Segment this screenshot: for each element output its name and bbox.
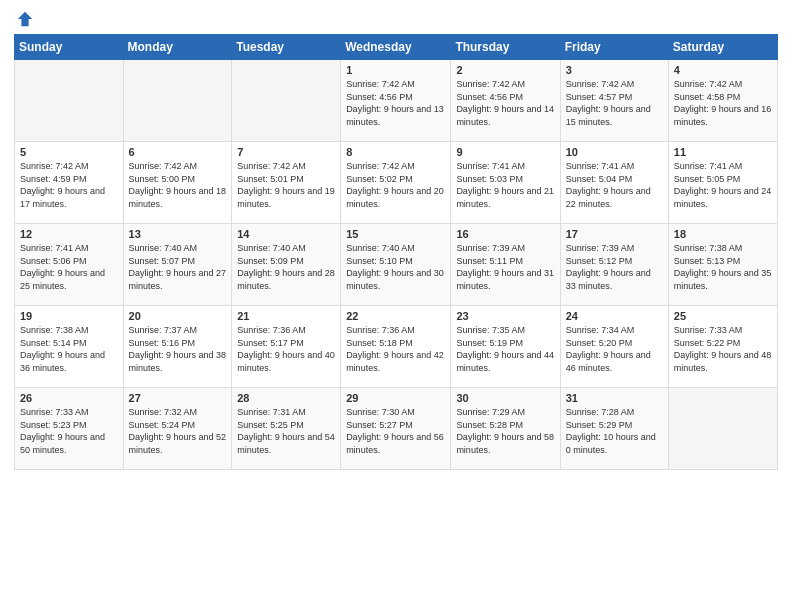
calendar-cell: 12Sunrise: 7:41 AM Sunset: 5:06 PM Dayli… [15,224,124,306]
calendar-cell: 31Sunrise: 7:28 AM Sunset: 5:29 PM Dayli… [560,388,668,470]
day-info: Sunrise: 7:33 AM Sunset: 5:22 PM Dayligh… [674,324,772,374]
day-number: 10 [566,146,663,158]
day-number: 18 [674,228,772,240]
day-info: Sunrise: 7:41 AM Sunset: 5:05 PM Dayligh… [674,160,772,210]
day-info: Sunrise: 7:38 AM Sunset: 5:14 PM Dayligh… [20,324,118,374]
day-info: Sunrise: 7:42 AM Sunset: 4:57 PM Dayligh… [566,78,663,128]
day-number: 7 [237,146,335,158]
calendar-cell: 17Sunrise: 7:39 AM Sunset: 5:12 PM Dayli… [560,224,668,306]
calendar-cell: 26Sunrise: 7:33 AM Sunset: 5:23 PM Dayli… [15,388,124,470]
calendar-cell: 19Sunrise: 7:38 AM Sunset: 5:14 PM Dayli… [15,306,124,388]
day-number: 22 [346,310,445,322]
day-number: 9 [456,146,554,158]
calendar-cell: 3Sunrise: 7:42 AM Sunset: 4:57 PM Daylig… [560,60,668,142]
day-info: Sunrise: 7:39 AM Sunset: 5:11 PM Dayligh… [456,242,554,292]
day-number: 15 [346,228,445,240]
calendar-cell: 23Sunrise: 7:35 AM Sunset: 5:19 PM Dayli… [451,306,560,388]
day-info: Sunrise: 7:39 AM Sunset: 5:12 PM Dayligh… [566,242,663,292]
day-number: 20 [129,310,227,322]
calendar-cell: 9Sunrise: 7:41 AM Sunset: 5:03 PM Daylig… [451,142,560,224]
day-number: 13 [129,228,227,240]
day-number: 4 [674,64,772,76]
day-info: Sunrise: 7:40 AM Sunset: 5:09 PM Dayligh… [237,242,335,292]
calendar-cell: 10Sunrise: 7:41 AM Sunset: 5:04 PM Dayli… [560,142,668,224]
week-row-1: 1Sunrise: 7:42 AM Sunset: 4:56 PM Daylig… [15,60,778,142]
day-info: Sunrise: 7:34 AM Sunset: 5:20 PM Dayligh… [566,324,663,374]
day-number: 5 [20,146,118,158]
day-number: 14 [237,228,335,240]
calendar-header-row: SundayMondayTuesdayWednesdayThursdayFrid… [15,35,778,60]
day-number: 29 [346,392,445,404]
day-header-friday: Friday [560,35,668,60]
day-info: Sunrise: 7:42 AM Sunset: 5:00 PM Dayligh… [129,160,227,210]
day-number: 19 [20,310,118,322]
calendar-cell: 16Sunrise: 7:39 AM Sunset: 5:11 PM Dayli… [451,224,560,306]
day-number: 6 [129,146,227,158]
day-header-sunday: Sunday [15,35,124,60]
day-info: Sunrise: 7:31 AM Sunset: 5:25 PM Dayligh… [237,406,335,456]
header [14,10,778,28]
day-info: Sunrise: 7:29 AM Sunset: 5:28 PM Dayligh… [456,406,554,456]
logo [14,10,34,28]
week-row-3: 12Sunrise: 7:41 AM Sunset: 5:06 PM Dayli… [15,224,778,306]
svg-marker-0 [18,12,32,26]
calendar-cell: 6Sunrise: 7:42 AM Sunset: 5:00 PM Daylig… [123,142,232,224]
day-info: Sunrise: 7:36 AM Sunset: 5:17 PM Dayligh… [237,324,335,374]
day-number: 25 [674,310,772,322]
day-header-wednesday: Wednesday [341,35,451,60]
day-number: 11 [674,146,772,158]
calendar-cell: 2Sunrise: 7:42 AM Sunset: 4:56 PM Daylig… [451,60,560,142]
day-info: Sunrise: 7:33 AM Sunset: 5:23 PM Dayligh… [20,406,118,456]
calendar: SundayMondayTuesdayWednesdayThursdayFrid… [14,34,778,470]
day-info: Sunrise: 7:40 AM Sunset: 5:10 PM Dayligh… [346,242,445,292]
calendar-cell: 25Sunrise: 7:33 AM Sunset: 5:22 PM Dayli… [668,306,777,388]
day-info: Sunrise: 7:42 AM Sunset: 5:02 PM Dayligh… [346,160,445,210]
calendar-cell: 4Sunrise: 7:42 AM Sunset: 4:58 PM Daylig… [668,60,777,142]
calendar-cell: 8Sunrise: 7:42 AM Sunset: 5:02 PM Daylig… [341,142,451,224]
day-info: Sunrise: 7:32 AM Sunset: 5:24 PM Dayligh… [129,406,227,456]
day-number: 28 [237,392,335,404]
calendar-cell: 28Sunrise: 7:31 AM Sunset: 5:25 PM Dayli… [232,388,341,470]
week-row-5: 26Sunrise: 7:33 AM Sunset: 5:23 PM Dayli… [15,388,778,470]
calendar-cell: 15Sunrise: 7:40 AM Sunset: 5:10 PM Dayli… [341,224,451,306]
week-row-2: 5Sunrise: 7:42 AM Sunset: 4:59 PM Daylig… [15,142,778,224]
day-header-thursday: Thursday [451,35,560,60]
calendar-cell [232,60,341,142]
day-number: 2 [456,64,554,76]
calendar-cell: 14Sunrise: 7:40 AM Sunset: 5:09 PM Dayli… [232,224,341,306]
calendar-cell: 20Sunrise: 7:37 AM Sunset: 5:16 PM Dayli… [123,306,232,388]
day-info: Sunrise: 7:38 AM Sunset: 5:13 PM Dayligh… [674,242,772,292]
logo-icon [16,10,34,28]
day-info: Sunrise: 7:42 AM Sunset: 4:59 PM Dayligh… [20,160,118,210]
day-info: Sunrise: 7:41 AM Sunset: 5:03 PM Dayligh… [456,160,554,210]
day-number: 8 [346,146,445,158]
day-number: 16 [456,228,554,240]
calendar-cell: 30Sunrise: 7:29 AM Sunset: 5:28 PM Dayli… [451,388,560,470]
day-info: Sunrise: 7:30 AM Sunset: 5:27 PM Dayligh… [346,406,445,456]
calendar-cell: 27Sunrise: 7:32 AM Sunset: 5:24 PM Dayli… [123,388,232,470]
week-row-4: 19Sunrise: 7:38 AM Sunset: 5:14 PM Dayli… [15,306,778,388]
day-info: Sunrise: 7:42 AM Sunset: 4:56 PM Dayligh… [456,78,554,128]
day-number: 12 [20,228,118,240]
calendar-cell: 18Sunrise: 7:38 AM Sunset: 5:13 PM Dayli… [668,224,777,306]
day-info: Sunrise: 7:42 AM Sunset: 4:56 PM Dayligh… [346,78,445,128]
day-info: Sunrise: 7:41 AM Sunset: 5:06 PM Dayligh… [20,242,118,292]
calendar-cell [15,60,124,142]
day-header-saturday: Saturday [668,35,777,60]
day-header-tuesday: Tuesday [232,35,341,60]
day-info: Sunrise: 7:37 AM Sunset: 5:16 PM Dayligh… [129,324,227,374]
day-info: Sunrise: 7:42 AM Sunset: 5:01 PM Dayligh… [237,160,335,210]
calendar-cell [123,60,232,142]
day-number: 24 [566,310,663,322]
calendar-cell [668,388,777,470]
calendar-cell: 11Sunrise: 7:41 AM Sunset: 5:05 PM Dayli… [668,142,777,224]
calendar-cell: 7Sunrise: 7:42 AM Sunset: 5:01 PM Daylig… [232,142,341,224]
day-number: 17 [566,228,663,240]
calendar-cell: 22Sunrise: 7:36 AM Sunset: 5:18 PM Dayli… [341,306,451,388]
day-number: 21 [237,310,335,322]
day-number: 30 [456,392,554,404]
day-info: Sunrise: 7:40 AM Sunset: 5:07 PM Dayligh… [129,242,227,292]
day-number: 23 [456,310,554,322]
calendar-cell: 5Sunrise: 7:42 AM Sunset: 4:59 PM Daylig… [15,142,124,224]
calendar-cell: 21Sunrise: 7:36 AM Sunset: 5:17 PM Dayli… [232,306,341,388]
